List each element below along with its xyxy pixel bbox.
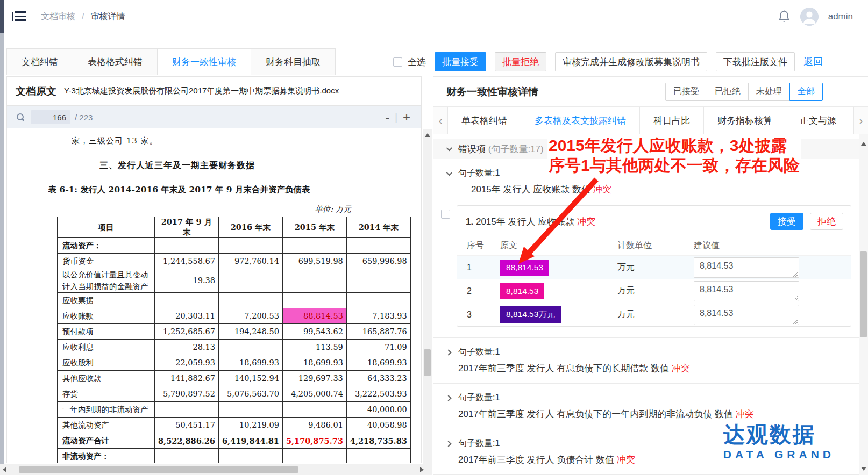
table-row: 存货5,790,897.525,076,563.704,205,000.743,… xyxy=(58,386,411,402)
table-row: 其他应收款141,882.67140,152.94129,697.3364,33… xyxy=(58,371,411,386)
zoom-divider: | xyxy=(395,112,397,123)
review-tab[interactable]: 正文与源 xyxy=(786,107,854,134)
scroll-up-arrow[interactable] xyxy=(861,142,866,146)
function-tabs: 文档纠错表格格式纠错财务一致性审核财务科目抽取 xyxy=(6,48,336,75)
username[interactable]: admin xyxy=(828,11,853,22)
collapsed-error-item[interactable]: 句子数量:12017年前三季度 发行人 有息负债下的长期借款 数值 冲突 xyxy=(433,338,859,384)
download-annotated-button[interactable]: 下载批注版文件 xyxy=(716,52,795,71)
select-all-checkbox[interactable] xyxy=(393,57,402,67)
highlighted-original-value[interactable]: 8,814.53万元 xyxy=(500,306,561,323)
table-row: 应收股利22,059.9318,699.9318,699.9318,699.93 xyxy=(58,355,411,371)
user-avatar[interactable] xyxy=(800,8,819,26)
status-filter-button[interactable]: 已拒绝 xyxy=(707,83,749,101)
datagrand-watermark: 达观数据 DATA GRAND xyxy=(723,422,835,461)
batch-reject-button[interactable]: 批量拒绝 xyxy=(495,52,546,71)
table-row: 应收利息28.13113.5971.09 xyxy=(58,340,411,355)
back-link[interactable]: 返回 xyxy=(803,55,823,68)
review-body: 错误项 (句子数量:17) 2015年发行人应收账款，3处披露 序号1与其他两处… xyxy=(433,134,868,475)
select-all-label[interactable]: 全选 xyxy=(408,56,426,68)
zoom-out-button[interactable]: - xyxy=(385,112,389,123)
review-vertical-scrollbar[interactable] xyxy=(859,134,868,475)
suggestion-input[interactable]: 8,814.53 xyxy=(694,281,799,301)
suggestion-input[interactable]: 8,814.53 xyxy=(694,305,799,325)
table-row: 一年内到期的非流动资产40,000.00 xyxy=(58,402,411,418)
highlighted-original-value[interactable]: 88,814.53 xyxy=(500,260,549,276)
scroll-up-arrow[interactable] xyxy=(425,133,430,137)
table-row: 以公允价值计量且其变动计入当期损益的金融资产19.38 xyxy=(58,269,411,293)
breadcrumb-doc-review[interactable]: 文档审核 xyxy=(41,11,75,23)
table-row: 应收票据 xyxy=(58,293,411,308)
conflict-table: 序号 原文 计数单位 建议值 188,814.53万元8,814.5328,81… xyxy=(457,236,851,326)
review-tab[interactable]: 多表格及表文披露纠错 xyxy=(521,107,639,134)
top-header: 文档审核 / 审核详情 admin xyxy=(4,0,868,33)
status-filter-button[interactable]: 全部 xyxy=(789,83,823,101)
review-scroll-thumb[interactable] xyxy=(860,251,867,337)
chevron-right-icon[interactable] xyxy=(445,349,451,355)
accept-button[interactable]: 接受 xyxy=(770,213,803,230)
review-tab[interactable]: 科目占比 xyxy=(639,107,703,134)
highlighted-original-value[interactable]: 8,814.53 xyxy=(500,283,544,299)
document-panel-header: 文档原文 Y-3北京城建投资发展股份有限公司2017年度第一期中期票据募集说明书… xyxy=(7,77,421,106)
search-icon[interactable] xyxy=(16,113,24,121)
reject-button[interactable]: 拒绝 xyxy=(810,213,843,230)
table-row: 货币资金1,244,558.67972,760.14699,519.98659,… xyxy=(58,254,411,269)
review-panel-title: 财务一致性审核详情 xyxy=(446,85,538,99)
finish-generate-button[interactable]: 审核完成并生成修改版募集说明书 xyxy=(555,52,707,71)
page-number-input[interactable] xyxy=(31,110,70,124)
table-row: 应收账款20,303.117,200.5388,814.537,183.93 xyxy=(58,308,411,324)
doc-paragraph: 家，三级公司 13 家。 xyxy=(72,136,421,146)
conflict-checkbox[interactable] xyxy=(441,210,450,219)
review-tab-bar: ‹ 单表格纠错多表格及表文披露纠错科目占比财务指标核算正文与源 › xyxy=(433,106,868,134)
chevron-down-icon[interactable] xyxy=(446,169,452,175)
table-row: 其他流动资产50,451.1710,219.099,486.0140,058.9… xyxy=(58,418,411,433)
notification-bell-icon[interactable] xyxy=(778,10,791,24)
tab-scroll-right-icon[interactable]: › xyxy=(854,107,868,134)
page-total: / 223 xyxy=(75,113,93,122)
chevron-down-icon[interactable] xyxy=(446,145,452,151)
review-tab[interactable]: 单表格纠错 xyxy=(447,107,521,134)
horizontal-scroll-thumb[interactable] xyxy=(19,466,298,473)
function-tab[interactable]: 财务一致性审核 xyxy=(158,48,251,75)
scroll-down-arrow[interactable] xyxy=(861,467,866,471)
review-tab[interactable]: 财务指标核算 xyxy=(703,107,786,134)
watermark-en: DATA GRAND xyxy=(723,448,835,461)
conflict-card-title: 1. 2015年 发行人 应收账款 冲突 xyxy=(466,215,595,228)
tab-scroll-left-icon[interactable]: ‹ xyxy=(433,107,447,134)
conflict-row: 28,814.53万元8,814.53 xyxy=(457,279,851,303)
document-filename: Y-3北京城建投资发展股份有限公司2017年度第一期中期票据募集说明书.docx xyxy=(64,86,339,96)
balance-sheet-table: 项目2017 年 9 月末2016 年末2015 年末2014 年末 流动资产：… xyxy=(57,217,411,463)
conflict-row: 38,814.53万元万元8,814.53 xyxy=(457,303,851,326)
collapsed-sidebar[interactable] xyxy=(0,0,4,475)
balance-sheet-header-row: 项目2017 年 9 月末2016 年末2015 年末2014 年末 xyxy=(58,217,411,238)
function-tab[interactable]: 文档纠错 xyxy=(6,48,73,75)
zoom-in-button[interactable]: + xyxy=(403,112,410,123)
status-filter-button[interactable]: 已接受 xyxy=(665,83,707,101)
suggestion-input[interactable]: 8,814.53 xyxy=(694,257,799,278)
scroll-right-arrow[interactable] xyxy=(420,467,424,472)
batch-accept-button[interactable]: 批量接受 xyxy=(435,52,486,71)
chevron-right-icon[interactable] xyxy=(445,395,451,401)
document-preview[interactable]: 家，三级公司 13 家。 三、发行人近三年及一期主要财务数据 表 6-1: 发行… xyxy=(7,128,421,463)
menu-toggle-icon[interactable] xyxy=(12,11,26,22)
review-panel: 财务一致性审核详情 已接受已拒绝未处理全部 ‹ 单表格纠错多表格及表文披露纠错科… xyxy=(433,76,868,475)
status-filter-group: 已接受已拒绝未处理全部 xyxy=(665,83,823,101)
document-scroll-thumb[interactable] xyxy=(424,349,431,376)
table-row: 流动资产合计8,522,886.266,419,844.815,170,875.… xyxy=(58,433,411,449)
status-filter-button[interactable]: 未处理 xyxy=(748,83,790,101)
conflict-card-header: 1. 2015年 发行人 应收账款 冲突 接受 拒绝 xyxy=(457,206,851,236)
table-row: 流动资产： xyxy=(58,238,411,254)
annotation-text: 2015年发行人应收账款，3处披露 序号1与其他两处不一致，存在风险 xyxy=(547,135,801,175)
chevron-right-icon[interactable] xyxy=(445,441,451,447)
document-source-title: 文档原文 xyxy=(16,84,56,98)
function-tab[interactable]: 财务科目抽取 xyxy=(251,48,336,75)
error-group-label: 错误项 (句子数量:17) xyxy=(458,143,544,155)
document-vertical-scrollbar[interactable] xyxy=(423,129,432,475)
review-panel-header: 财务一致性审核详情 已接受已拒绝未处理全部 xyxy=(433,76,868,106)
breadcrumb-review-detail: 审核详情 xyxy=(90,11,125,23)
doc-table-title: 表 6-1: 发行人 2014-2016 年末及 2017 年 9 月末合并资产… xyxy=(7,184,351,196)
function-tab[interactable]: 表格格式纠错 xyxy=(73,48,158,75)
error-sentence: 2015年 发行人 应收账款 数值 冲突 xyxy=(471,183,859,196)
document-horizontal-scrollbar[interactable] xyxy=(0,464,432,475)
scroll-left-arrow[interactable] xyxy=(3,467,6,472)
document-page-controls: / 223 - | + xyxy=(7,106,421,128)
